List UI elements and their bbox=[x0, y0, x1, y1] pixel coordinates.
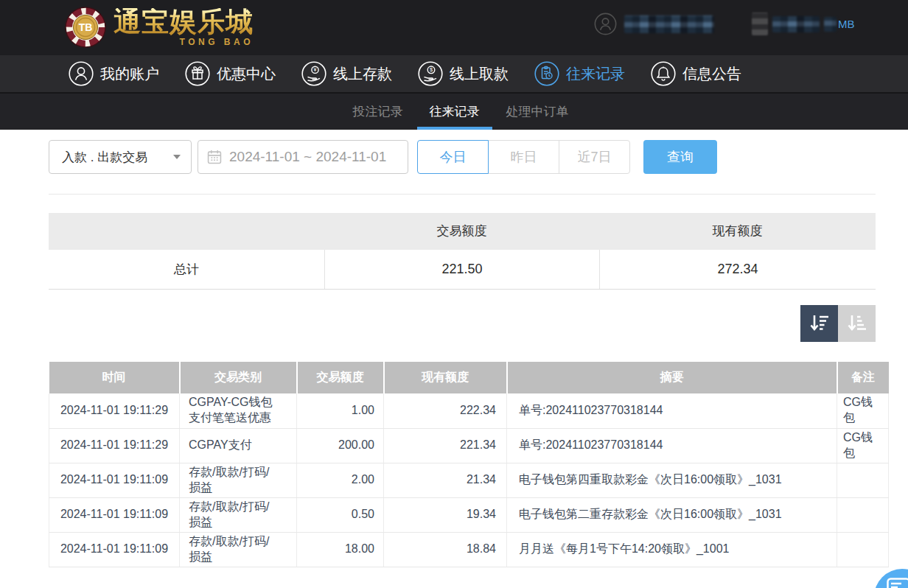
calendar-icon bbox=[207, 150, 222, 164]
table-row: 2024-11-01 19:11:29 CGPAY-CG钱包支付笔笔送优惠 1.… bbox=[49, 393, 889, 428]
subnav-tabs: 投注记录 往来记录 处理中订单 bbox=[0, 94, 908, 130]
sort-buttons bbox=[49, 305, 876, 342]
content: 入款 . 出款交易 2024-11-01 ~ 2024-11-01 今日 昨日 … bbox=[0, 140, 908, 567]
brand-logo[interactable]: TB 通宝娱乐城 TONG BAO bbox=[65, 7, 254, 48]
main-nav: 我的账户 优惠中心 ¥ 线上存款 bbox=[0, 55, 908, 94]
summary-table: 交易额度 现有额度 总计 221.50 272.34 bbox=[49, 213, 876, 290]
nav-promotions[interactable]: 优惠中心 bbox=[185, 61, 276, 86]
chat-support-button[interactable] bbox=[874, 569, 908, 588]
date-range-input[interactable]: 2024-11-01 ~ 2024-11-01 bbox=[198, 140, 408, 174]
table-header-row: 时间 交易类别 交易额度 现有额度 摘要 备注 bbox=[49, 362, 889, 393]
transaction-type-select[interactable]: 入款 . 出款交易 bbox=[49, 140, 192, 174]
nav-announcements[interactable]: 信息公告 bbox=[651, 61, 741, 86]
gift-icon bbox=[185, 61, 210, 86]
deposit-icon: ¥ bbox=[301, 61, 326, 86]
query-button[interactable]: 查询 bbox=[643, 140, 717, 174]
quick-range-group: 今日 昨日 近7日 bbox=[417, 140, 630, 174]
masked-username bbox=[624, 15, 714, 33]
summary-header: 交易额度 现有额度 bbox=[49, 213, 876, 250]
svg-text:$: $ bbox=[430, 66, 433, 73]
table-row: 2024-11-01 19:11:09 存款/取款/打码/损益 2.00 21.… bbox=[49, 463, 889, 497]
user-account-info[interactable] bbox=[594, 13, 714, 35]
user-avatar-icon bbox=[594, 13, 617, 35]
nav-my-account[interactable]: 我的账户 bbox=[69, 61, 159, 86]
nav-online-deposit[interactable]: ¥ 线上存款 bbox=[301, 61, 392, 86]
tab-betting-records[interactable]: 投注记录 bbox=[340, 94, 416, 130]
chevron-down-icon bbox=[173, 155, 181, 159]
chat-card-icon bbox=[887, 578, 908, 588]
user-balance-info[interactable]: MB bbox=[752, 13, 855, 35]
summary-transaction-value: 221.50 bbox=[324, 250, 599, 289]
summary-row: 总计 221.50 272.34 bbox=[49, 250, 876, 290]
table-row: 2024-11-01 19:11:29 CGPAY支付 200.00 221.3… bbox=[49, 428, 889, 463]
user-icon bbox=[69, 61, 94, 86]
filter-row: 入款 . 出款交易 2024-11-01 ~ 2024-11-01 今日 昨日 … bbox=[49, 140, 908, 174]
brand-subtitle: TONG BAO bbox=[114, 37, 254, 47]
brand-title: 通宝娱乐城 bbox=[114, 8, 254, 35]
transactions-table: 时间 交易类别 交易额度 现有额度 摘要 备注 2024-11-01 19:11… bbox=[49, 362, 889, 567]
masked-wallet-icon bbox=[752, 13, 768, 35]
range-last7days-button[interactable]: 近7日 bbox=[559, 140, 630, 174]
svg-text:TB: TB bbox=[79, 21, 93, 33]
sort-descending-button[interactable] bbox=[800, 305, 838, 342]
range-yesterday-button[interactable]: 昨日 bbox=[488, 140, 559, 174]
summary-header-transaction: 交易额度 bbox=[324, 213, 599, 250]
summary-balance-value: 272.34 bbox=[599, 250, 876, 289]
tab-transaction-records[interactable]: 往来记录 bbox=[417, 94, 492, 130]
nav-online-withdraw[interactable]: $ 线上取款 bbox=[418, 61, 509, 86]
bell-icon bbox=[651, 61, 676, 86]
tab-pending-orders[interactable]: 处理中订单 bbox=[494, 94, 582, 130]
table-row: 2024-11-01 19:11:09 存款/取款/打码/损益 0.50 19.… bbox=[49, 497, 889, 532]
topbar: TB 通宝娱乐城 TONG BAO MB bbox=[0, 0, 908, 55]
summary-total-label: 总计 bbox=[49, 250, 324, 289]
masked-balance-decimals bbox=[824, 17, 837, 32]
sort-ascending-icon bbox=[846, 313, 868, 334]
records-icon bbox=[534, 61, 559, 86]
divider bbox=[49, 194, 876, 195]
svg-text:¥: ¥ bbox=[314, 67, 317, 72]
table-row: 2024-11-01 19:11:09 存款/取款/打码/损益 18.00 18… bbox=[49, 532, 889, 567]
nav-transaction-records[interactable]: 往来记录 bbox=[534, 61, 625, 86]
balance-unit: MB bbox=[838, 18, 855, 30]
sort-ascending-button[interactable] bbox=[838, 305, 876, 342]
sort-descending-icon bbox=[809, 313, 831, 334]
summary-header-balance: 现有额度 bbox=[599, 213, 876, 250]
withdraw-icon: $ bbox=[418, 61, 443, 86]
casino-chip-icon: TB bbox=[65, 7, 106, 48]
range-today-button[interactable]: 今日 bbox=[417, 140, 489, 174]
masked-balance bbox=[772, 16, 820, 32]
page: TB 通宝娱乐城 TONG BAO MB bbox=[0, 0, 908, 588]
